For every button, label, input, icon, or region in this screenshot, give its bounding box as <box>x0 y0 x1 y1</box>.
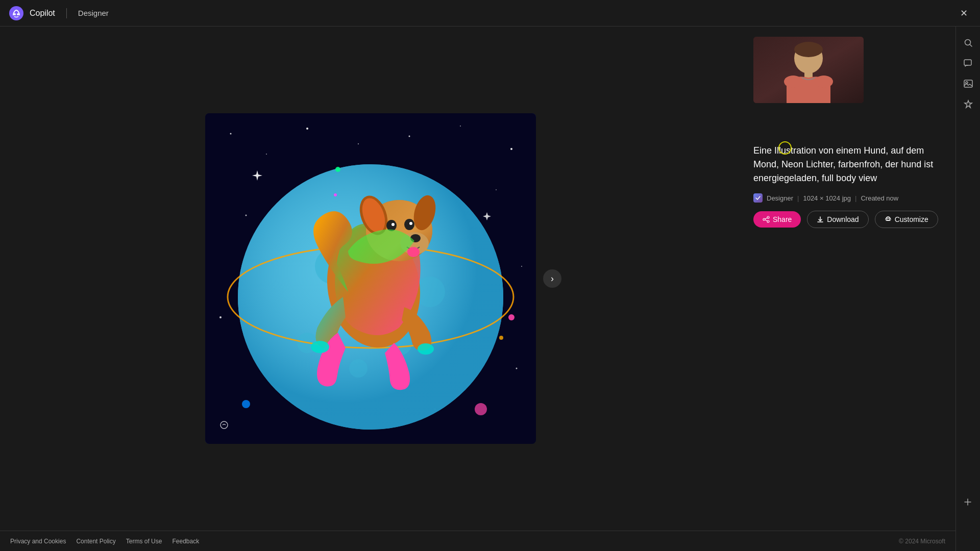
svg-point-64 <box>767 216 769 218</box>
svg-point-48 <box>418 343 434 355</box>
prompt-section: Eine Illustration von einem Hund, auf de… <box>753 144 943 228</box>
svg-point-55 <box>220 421 228 429</box>
feedback-link[interactable]: Feedback <box>172 538 199 545</box>
svg-point-50 <box>334 193 337 196</box>
brand-logo: Copilot Designer <box>8 5 109 21</box>
image-sidebar-icon[interactable] <box>960 76 976 92</box>
image-container: › <box>205 113 536 444</box>
svg-point-18 <box>496 189 497 190</box>
svg-point-54 <box>475 403 487 415</box>
svg-point-16 <box>460 126 461 127</box>
svg-point-1 <box>14 13 16 15</box>
close-button[interactable]: ✕ <box>955 5 972 21</box>
meta-info: Designer | 1024 × 1024 jpg | Created now <box>753 193 943 203</box>
svg-point-65 <box>767 220 769 222</box>
svg-point-11 <box>230 133 232 135</box>
webcam-preview <box>753 37 864 103</box>
meta-created: Created now <box>861 194 898 202</box>
svg-point-45 <box>404 219 414 230</box>
download-button[interactable]: Download <box>807 211 868 228</box>
copyright-text: © 2024 Microsoft <box>899 538 945 545</box>
watermark-icon <box>219 420 229 430</box>
svg-point-47 <box>311 341 329 353</box>
svg-point-52 <box>499 336 503 340</box>
brand-name: Copilot <box>30 9 55 18</box>
svg-point-53 <box>242 400 250 408</box>
share-button[interactable]: Share <box>753 211 801 228</box>
svg-point-15 <box>409 136 410 137</box>
svg-line-4 <box>970 45 972 47</box>
main-content: › <box>0 27 955 531</box>
svg-point-19 <box>246 215 247 216</box>
action-buttons: Share Download Customi <box>753 211 943 228</box>
share-icon <box>763 216 770 223</box>
image-watermark <box>219 420 229 430</box>
next-image-button[interactable]: › <box>543 269 561 288</box>
customize-button[interactable]: Customize <box>875 211 938 228</box>
header: Copilot Designer ✕ <box>0 0 980 27</box>
svg-point-3 <box>965 40 970 45</box>
svg-rect-63 <box>754 194 762 202</box>
svg-point-20 <box>521 266 522 267</box>
svg-point-42 <box>407 247 420 257</box>
svg-point-51 <box>508 314 514 320</box>
meta-sep1: | <box>797 194 799 202</box>
right-sidebar <box>955 27 980 551</box>
svg-point-49 <box>335 167 340 172</box>
star-sidebar-icon[interactable] <box>960 96 976 112</box>
prompt-text: Eine Illustration von einem Hund, auf de… <box>753 144 943 185</box>
svg-point-21 <box>219 316 222 318</box>
copilot-logo-icon <box>8 5 24 21</box>
customize-icon <box>885 216 892 223</box>
image-area: › <box>0 27 741 531</box>
svg-point-66 <box>763 218 765 220</box>
meta-dimensions: 1024 × 1024 jpg <box>803 194 851 202</box>
footer: Privacy and Cookies Content Policy Terms… <box>0 531 955 551</box>
svg-point-0 <box>9 6 23 20</box>
svg-point-17 <box>510 148 512 150</box>
svg-point-14 <box>358 143 359 144</box>
svg-point-59 <box>794 42 823 57</box>
designer-meta-icon <box>753 193 763 203</box>
svg-point-44 <box>391 223 395 226</box>
generated-image <box>205 113 536 444</box>
chat-sidebar-icon[interactable] <box>960 55 976 71</box>
svg-point-62 <box>815 76 833 88</box>
svg-point-61 <box>784 76 802 88</box>
download-icon <box>817 216 824 223</box>
svg-point-12 <box>266 154 267 155</box>
svg-point-2 <box>17 13 19 15</box>
prompt-word-eine: Eine Illustration von einem Hund, auf de… <box>753 145 933 183</box>
meta-sep2: | <box>855 194 856 202</box>
product-name: Designer <box>78 9 109 17</box>
svg-point-46 <box>409 222 412 225</box>
content-policy-link[interactable]: Content Policy <box>76 538 115 545</box>
privacy-link[interactable]: Privacy and Cookies <box>10 538 66 545</box>
svg-rect-5 <box>964 60 971 65</box>
svg-line-68 <box>765 220 767 221</box>
search-sidebar-icon[interactable] <box>960 35 976 51</box>
svg-point-31 <box>349 359 368 378</box>
header-divider <box>66 8 67 18</box>
svg-line-67 <box>765 218 767 219</box>
add-sidebar-button[interactable] <box>960 494 976 510</box>
svg-point-13 <box>306 128 308 130</box>
meta-source: Designer <box>767 194 793 202</box>
info-panel: Eine Illustration von einem Hund, auf de… <box>741 27 955 531</box>
terms-link[interactable]: Terms of Use <box>126 538 162 545</box>
webcam-feed <box>753 37 864 103</box>
svg-rect-6 <box>964 80 972 87</box>
svg-point-22 <box>516 368 518 369</box>
